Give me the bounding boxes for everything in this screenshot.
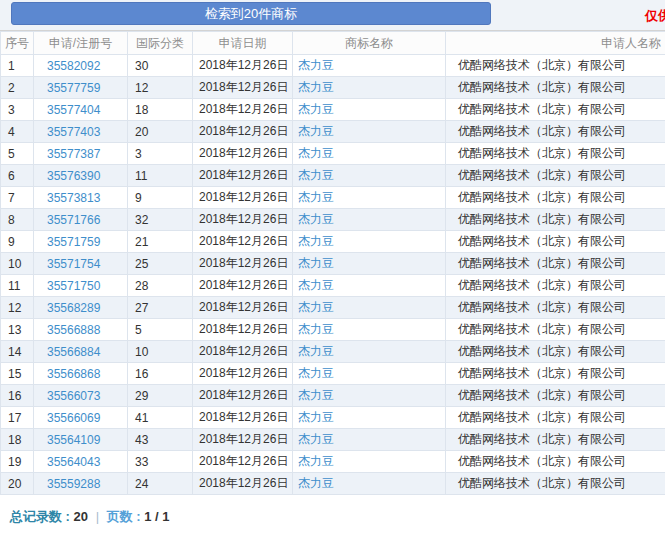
table-row: 5 35577387 3 2018年12月26日 杰力豆 优酷网络技术（北京）有…: [1, 143, 665, 165]
search-results-count-button[interactable]: 检索到20件商标: [11, 2, 491, 25]
row-index: 4: [1, 121, 34, 143]
trademark-name-link[interactable]: 杰力豆: [298, 102, 334, 116]
application-date: 2018年12月26日: [193, 121, 293, 143]
applicant-name: 优酷网络技术（北京）有限公司: [446, 143, 665, 165]
row-index: 9: [1, 231, 34, 253]
registration-number-link[interactable]: 35577759: [47, 81, 100, 95]
row-index: 13: [1, 319, 34, 341]
trademark-name-link[interactable]: 杰力豆: [298, 58, 334, 72]
intl-class-value: 33: [128, 451, 193, 473]
registration-number-link[interactable]: 35577404: [47, 103, 100, 117]
table-row: 14 35566884 10 2018年12月26日 杰力豆 优酷网络技术（北京…: [1, 341, 665, 363]
trademark-name-link[interactable]: 杰力豆: [298, 388, 334, 402]
table-row: 16 35566073 29 2018年12月26日 杰力豆 优酷网络技术（北京…: [1, 385, 665, 407]
registration-number-link[interactable]: 35566884: [47, 345, 100, 359]
table-row: 19 35564043 33 2018年12月26日 杰力豆 优酷网络技术（北京…: [1, 451, 665, 473]
results-table: 序号 申请/注册号 国际分类 申请日期 商标名称 申请人名称 1 3558209…: [0, 31, 665, 495]
application-date: 2018年12月26日: [193, 209, 293, 231]
registration-number-link[interactable]: 35582092: [47, 59, 100, 73]
intl-class-value: 9: [128, 187, 193, 209]
trademark-name-link[interactable]: 杰力豆: [298, 476, 334, 490]
table-row: 13 35566888 5 2018年12月26日 杰力豆 优酷网络技术（北京）…: [1, 319, 665, 341]
registration-number-link[interactable]: 35566073: [47, 389, 100, 403]
trademark-name-link[interactable]: 杰力豆: [298, 212, 334, 226]
trademark-name-link[interactable]: 杰力豆: [298, 234, 334, 248]
trademark-name-link[interactable]: 杰力豆: [298, 344, 334, 358]
intl-class-value: 10: [128, 341, 193, 363]
trademark-name-link[interactable]: 杰力豆: [298, 432, 334, 446]
registration-number-link[interactable]: 35576390: [47, 169, 100, 183]
application-date: 2018年12月26日: [193, 319, 293, 341]
row-index: 15: [1, 363, 34, 385]
registration-number-link[interactable]: 35571754: [47, 257, 100, 271]
application-date: 2018年12月26日: [193, 385, 293, 407]
row-index: 20: [1, 473, 34, 495]
intl-class-value: 3: [128, 143, 193, 165]
registration-number-link[interactable]: 35566868: [47, 367, 100, 381]
row-index: 16: [1, 385, 34, 407]
registration-number-link[interactable]: 35571759: [47, 235, 100, 249]
trademark-name-link[interactable]: 杰力豆: [298, 278, 334, 292]
table-row: 15 35566868 16 2018年12月26日 杰力豆 优酷网络技术（北京…: [1, 363, 665, 385]
registration-number-link[interactable]: 35559288: [47, 477, 100, 491]
column-header-intl-class: 国际分类: [128, 32, 193, 55]
trademark-name-link[interactable]: 杰力豆: [298, 146, 334, 160]
intl-class-value: 12: [128, 77, 193, 99]
trademark-name-link[interactable]: 杰力豆: [298, 322, 334, 336]
application-date: 2018年12月26日: [193, 275, 293, 297]
trademark-name-link[interactable]: 杰力豆: [298, 366, 334, 380]
registration-number-link[interactable]: 35571766: [47, 213, 100, 227]
applicant-name: 优酷网络技术（北京）有限公司: [446, 99, 665, 121]
applicant-name: 优酷网络技术（北京）有限公司: [446, 55, 665, 77]
applicant-name: 优酷网络技术（北京）有限公司: [446, 385, 665, 407]
applicant-name: 优酷网络技术（北京）有限公司: [446, 319, 665, 341]
table-row: 20 35559288 24 2018年12月26日 杰力豆 优酷网络技术（北京…: [1, 473, 665, 495]
registration-number-link[interactable]: 35566069: [47, 411, 100, 425]
intl-class-value: 20: [128, 121, 193, 143]
applicant-name: 优酷网络技术（北京）有限公司: [446, 187, 665, 209]
table-row: 3 35577404 18 2018年12月26日 杰力豆 优酷网络技术（北京）…: [1, 99, 665, 121]
intl-class-value: 29: [128, 385, 193, 407]
application-date: 2018年12月26日: [193, 143, 293, 165]
applicant-name: 优酷网络技术（北京）有限公司: [446, 451, 665, 473]
trademark-name-link[interactable]: 杰力豆: [298, 80, 334, 94]
trademark-name-link[interactable]: 杰力豆: [298, 410, 334, 424]
footer-separator: |: [92, 509, 103, 524]
application-date: 2018年12月26日: [193, 253, 293, 275]
trademark-name-link[interactable]: 杰力豆: [298, 256, 334, 270]
application-date: 2018年12月26日: [193, 77, 293, 99]
trademark-name-link[interactable]: 杰力豆: [298, 190, 334, 204]
table-row: 2 35577759 12 2018年12月26日 杰力豆 优酷网络技术（北京）…: [1, 77, 665, 99]
registration-number-link[interactable]: 35564043: [47, 455, 100, 469]
registration-number-link[interactable]: 35571750: [47, 279, 100, 293]
trademark-name-link[interactable]: 杰力豆: [298, 168, 334, 182]
applicant-name: 优酷网络技术（北京）有限公司: [446, 209, 665, 231]
table-row: 6 35576390 11 2018年12月26日 杰力豆 优酷网络技术（北京）…: [1, 165, 665, 187]
registration-number-link[interactable]: 35577403: [47, 125, 100, 139]
intl-class-value: 32: [128, 209, 193, 231]
disclaimer-text: 仅供: [645, 7, 665, 25]
applicant-name: 优酷网络技术（北京）有限公司: [446, 297, 665, 319]
application-date: 2018年12月26日: [193, 473, 293, 495]
registration-number-link[interactable]: 35564109: [47, 433, 100, 447]
trademark-name-link[interactable]: 杰力豆: [298, 124, 334, 138]
intl-class-value: 27: [128, 297, 193, 319]
applicant-name: 优酷网络技术（北京）有限公司: [446, 473, 665, 495]
application-date: 2018年12月26日: [193, 341, 293, 363]
registration-number-link[interactable]: 35577387: [47, 147, 100, 161]
registration-number-link[interactable]: 35573813: [47, 191, 100, 205]
table-row: 18 35564109 43 2018年12月26日 杰力豆 优酷网络技术（北京…: [1, 429, 665, 451]
registration-number-link[interactable]: 35568289: [47, 301, 100, 315]
total-records-value: 20: [74, 509, 88, 524]
table-row: 7 35573813 9 2018年12月26日 杰力豆 优酷网络技术（北京）有…: [1, 187, 665, 209]
trademark-name-link[interactable]: 杰力豆: [298, 454, 334, 468]
trademark-name-link[interactable]: 杰力豆: [298, 300, 334, 314]
registration-number-link[interactable]: 35566888: [47, 323, 100, 337]
intl-class-value: 16: [128, 363, 193, 385]
row-index: 10: [1, 253, 34, 275]
row-index: 12: [1, 297, 34, 319]
row-index: 8: [1, 209, 34, 231]
table-row: 11 35571750 28 2018年12月26日 杰力豆 优酷网络技术（北京…: [1, 275, 665, 297]
application-date: 2018年12月26日: [193, 55, 293, 77]
applicant-name: 优酷网络技术（北京）有限公司: [446, 341, 665, 363]
